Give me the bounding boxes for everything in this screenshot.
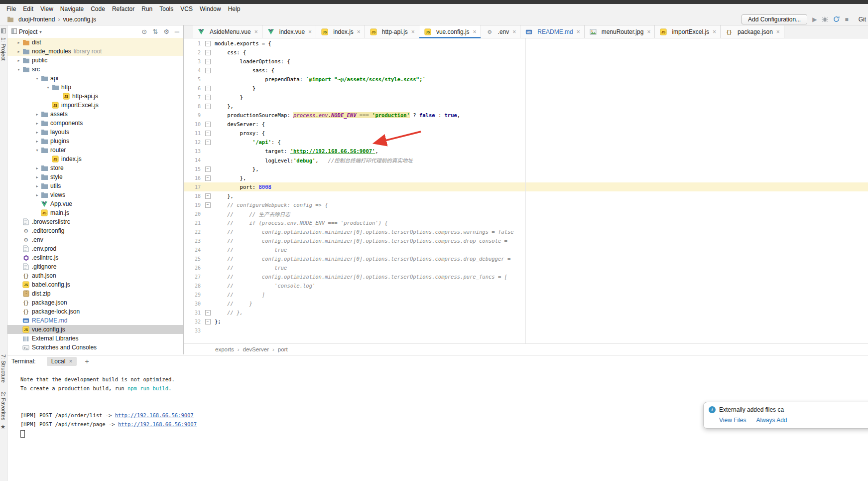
code-line-32[interactable]: 32−}; — [184, 317, 868, 326]
tree-item-dist-zip[interactable]: dist.zip — [7, 289, 183, 298]
menu-help[interactable]: Help — [225, 4, 244, 13]
code-line-15[interactable]: 15− }, — [184, 164, 868, 173]
tree-item-index-js[interactable]: JSindex.js — [7, 155, 183, 163]
menu-tools[interactable]: Tools — [156, 4, 177, 13]
tree-item-assets[interactable]: ▸assets — [7, 110, 183, 119]
code-line-11[interactable]: 11− proxy: { — [184, 129, 868, 138]
locate-icon[interactable]: ⊙ — [141, 28, 147, 35]
menu-edit[interactable]: Edit — [19, 4, 37, 13]
fold-icon[interactable]: − — [205, 140, 211, 145]
chevron-right-icon[interactable]: ▸ — [34, 139, 40, 144]
tree-item-editorconfig[interactable]: ⚙.editorconfig — [7, 226, 183, 235]
code-line-2[interactable]: 2− css: { — [184, 48, 868, 57]
chevron-right-icon[interactable]: ▸ — [34, 175, 40, 179]
collapse-all-icon[interactable]: ⇅ — [152, 28, 158, 35]
close-icon[interactable]: × — [577, 28, 580, 35]
editor-tab-menurouter-jpg[interactable]: menuRouter.jpg× — [585, 25, 655, 38]
always-add-link[interactable]: Always Add — [756, 417, 787, 424]
breadcrumb-project[interactable]: duoji-frontend — [18, 16, 55, 23]
breadcrumb-devserver[interactable]: devServer — [243, 346, 269, 352]
editor-tab-index-vue[interactable]: index.vue× — [262, 25, 316, 38]
code-line-10[interactable]: 10− devServer: { — [184, 120, 868, 129]
tree-item-src[interactable]: ▾src — [7, 65, 183, 74]
code-line-21[interactable]: 21 // if (process.env.NODE_ENV === 'prod… — [184, 218, 868, 227]
tree-item-vue-config-js[interactable]: JSvue.config.js — [7, 325, 183, 334]
code-line-14[interactable]: 14 logLevel:'debug', //控制台终端打印代理前的真实地址 — [184, 156, 868, 164]
tree-item-components[interactable]: ▸components — [7, 119, 183, 128]
menu-navigate[interactable]: Navigate — [57, 4, 87, 13]
tree-item-package-json[interactable]: {}package.json — [7, 298, 183, 307]
code-line-13[interactable]: 13 target: 'http://192.168.66.56:9007', — [184, 147, 868, 156]
fold-icon[interactable]: − — [205, 202, 211, 208]
run-icon[interactable]: ▶ — [812, 16, 817, 23]
code-line-20[interactable]: 20 // // 生产去除日志 — [184, 209, 868, 218]
editor-tab-readme-md[interactable]: MDREADME.md× — [520, 25, 584, 38]
tree-item-package-lock-json[interactable]: {}package-lock.json — [7, 307, 183, 316]
tree-item-public[interactable]: ▸public — [7, 56, 183, 65]
fold-icon[interactable]: − — [205, 59, 211, 64]
tree-item-router[interactable]: ▾router — [7, 146, 183, 155]
code-line-7[interactable]: 7− } — [184, 93, 868, 102]
fold-icon[interactable]: − — [205, 193, 211, 199]
editor-tab-http-api-js[interactable]: JShttp-api.js× — [365, 25, 419, 38]
chevron-down-icon[interactable]: ▾ — [34, 76, 40, 81]
fold-icon[interactable]: − — [205, 68, 211, 73]
breadcrumb-port[interactable]: port — [278, 346, 288, 352]
add-configuration-button[interactable]: Add Configuration... — [742, 14, 807, 24]
tree-item-browserslistrc[interactable]: .browserslistrc — [7, 217, 183, 226]
tool-button-structure[interactable]: 7: Structure — [0, 354, 6, 383]
fold-icon[interactable]: − — [205, 41, 211, 46]
fold-icon[interactable]: − — [205, 131, 211, 136]
tree-item-scratches-and-consoles[interactable]: Scratches and Consoles — [7, 343, 183, 352]
tree-item-importexcel-js[interactable]: JSimportExcel.js — [7, 101, 183, 110]
close-icon[interactable]: × — [713, 28, 716, 35]
close-icon[interactable]: × — [308, 28, 312, 35]
editor-tab-package-json[interactable]: {}package.json× — [721, 25, 784, 38]
code-line-3[interactable]: 3− loaderOptions: { — [184, 57, 868, 66]
code-line-5[interactable]: 5 prependData: `@import "~@/assets/scss/… — [184, 75, 868, 84]
chevron-right-icon[interactable]: ▸ — [34, 121, 40, 126]
terminal-prompt-line[interactable] — [20, 429, 868, 438]
code-line-27[interactable]: 27 // config.optimization.minimizer[0].o… — [184, 272, 868, 281]
chevron-right-icon[interactable]: ▸ — [16, 40, 21, 45]
tree-item-main-js[interactable]: JSmain.js — [7, 208, 183, 217]
tree-item-node-modules[interactable]: ▸node_moduleslibrary root — [7, 47, 183, 56]
view-files-link[interactable]: View Files — [719, 417, 746, 424]
menu-run[interactable]: Run — [138, 4, 156, 13]
code-line-9[interactable]: 9 productionSourceMap: process.env.NODE_… — [184, 111, 868, 120]
tree-item-store[interactable]: ▸store — [7, 163, 183, 172]
editor-tab-importexcel-js[interactable]: JSimportExcel.js× — [655, 25, 721, 38]
code-line-12[interactable]: 12− '/api': { — [184, 138, 868, 147]
code-line-22[interactable]: 22 // config.optimization.minimizer[0].o… — [184, 227, 868, 236]
code-line-23[interactable]: 23 // config.optimization.minimizer[0].o… — [184, 236, 868, 245]
code-line-30[interactable]: 30 // } — [184, 299, 868, 308]
fold-icon[interactable]: − — [205, 310, 211, 316]
project-tool-icon[interactable] — [1, 28, 6, 35]
close-icon[interactable]: × — [69, 358, 72, 365]
menu-vcs[interactable]: VCS — [177, 4, 196, 13]
code-line-16[interactable]: 16− }, — [184, 173, 868, 182]
chevron-right-icon[interactable]: ▸ — [16, 58, 21, 63]
tree-item-http[interactable]: ▾http — [7, 83, 183, 92]
tree-item-app-vue[interactable]: App.vue — [7, 199, 183, 208]
code-line-33[interactable]: 33 — [184, 326, 868, 335]
editor-tab-asidemenu-vue[interactable]: AsideMenu.vue× — [193, 25, 262, 38]
chevron-down-icon[interactable]: ▾ — [45, 85, 51, 90]
editor-tab-index-js[interactable]: JSindex.js× — [316, 25, 365, 38]
menu-file[interactable]: File — [3, 4, 19, 13]
code-line-17[interactable]: 17 port: 8008 — [184, 182, 868, 191]
code-line-18[interactable]: 18− }, — [184, 191, 868, 200]
debug-icon[interactable] — [822, 16, 828, 22]
close-icon[interactable]: × — [512, 28, 516, 35]
tree-item-plugins[interactable]: ▸plugins — [7, 137, 183, 146]
code-line-26[interactable]: 26 // true — [184, 263, 868, 272]
chevron-right-icon[interactable]: ▸ — [34, 184, 40, 188]
fold-icon[interactable]: − — [205, 166, 211, 172]
menu-refactor[interactable]: Refactor — [109, 4, 138, 13]
tool-button-project[interactable]: 1: Project — [0, 37, 6, 60]
tree-item-utils[interactable]: ▸utils — [7, 181, 183, 190]
fold-icon[interactable]: − — [205, 104, 211, 109]
stop-icon[interactable]: ■ — [845, 16, 848, 23]
tree-item-eslintrc-js[interactable]: .eslintrc.js — [7, 253, 183, 262]
code-line-19[interactable]: 19− // configureWebpack: config => { — [184, 200, 868, 209]
